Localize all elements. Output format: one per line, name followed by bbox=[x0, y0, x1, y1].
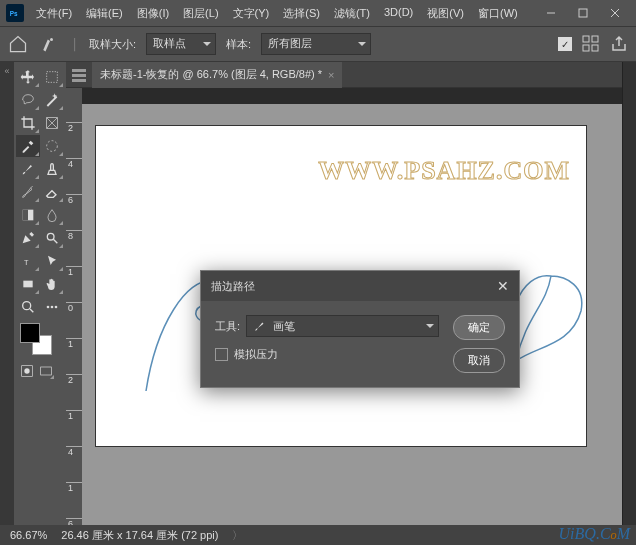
menu-type[interactable]: 文字(Y) bbox=[227, 4, 276, 23]
document-dimensions[interactable]: 26.46 厘米 x 17.64 厘米 (72 ppi) bbox=[61, 528, 218, 543]
svg-rect-8 bbox=[583, 45, 589, 51]
dialog-close-button[interactable]: ✕ bbox=[497, 278, 509, 294]
menu-view[interactable]: 视图(V) bbox=[421, 4, 470, 23]
blur-tool[interactable] bbox=[41, 204, 65, 226]
document-tab[interactable]: 未标题-1-恢复的 @ 66.7% (图层 4, RGB/8#) * × bbox=[92, 62, 342, 88]
menu-edit[interactable]: 编辑(E) bbox=[80, 4, 129, 23]
menu-file[interactable]: 文件(F) bbox=[30, 4, 78, 23]
grid-icon[interactable] bbox=[582, 35, 600, 53]
ok-button[interactable]: 确定 bbox=[453, 315, 505, 340]
foreground-color[interactable] bbox=[20, 323, 40, 343]
type-tool[interactable]: T bbox=[16, 250, 40, 272]
menu-window[interactable]: 窗口(W) bbox=[472, 4, 524, 23]
sample-label: 样本: bbox=[226, 37, 251, 52]
window-controls bbox=[536, 3, 630, 23]
tab-title: 未标题-1-恢复的 @ 66.7% (图层 4, RGB/8#) * bbox=[100, 67, 322, 82]
svg-text:Ps: Ps bbox=[10, 10, 18, 17]
svg-line-18 bbox=[54, 239, 58, 243]
svg-rect-16 bbox=[22, 210, 27, 221]
share-icon[interactable] bbox=[610, 35, 628, 53]
eraser-tool[interactable] bbox=[41, 181, 65, 203]
menu-3d[interactable]: 3D(D) bbox=[378, 4, 419, 23]
history-brush-tool[interactable] bbox=[16, 181, 40, 203]
svg-rect-10 bbox=[47, 72, 58, 83]
menu-image[interactable]: 图像(I) bbox=[131, 4, 175, 23]
sample-size-dropdown[interactable]: 取样点 bbox=[146, 33, 216, 55]
menu-select[interactable]: 选择(S) bbox=[277, 4, 326, 23]
zoom-level[interactable]: 66.67% bbox=[10, 529, 47, 541]
tool-preview[interactable] bbox=[38, 32, 62, 56]
crop-tool[interactable] bbox=[16, 112, 40, 134]
right-panel-collapsed[interactable] bbox=[622, 62, 636, 525]
maximize-button[interactable] bbox=[568, 3, 598, 23]
brush-tool[interactable] bbox=[16, 158, 40, 180]
svg-rect-30 bbox=[72, 74, 86, 77]
options-bar: │ 取样大小: 取样点 样本: 所有图层 ✓ bbox=[0, 26, 636, 62]
toolbox: T bbox=[14, 62, 66, 525]
dialog-titlebar[interactable]: 描边路径 ✕ bbox=[201, 271, 519, 301]
pen-tool[interactable] bbox=[16, 227, 40, 249]
svg-point-24 bbox=[51, 306, 54, 309]
edit-toolbar[interactable] bbox=[41, 296, 65, 318]
ruler-origin[interactable] bbox=[66, 88, 82, 104]
status-bar: 66.67% 26.46 厘米 x 17.64 厘米 (72 ppi) 〉 bbox=[0, 525, 636, 545]
svg-point-21 bbox=[22, 302, 30, 310]
path-selection-tool[interactable] bbox=[41, 250, 65, 272]
tool-dropdown[interactable]: 画笔 bbox=[246, 315, 439, 337]
move-tool[interactable] bbox=[16, 66, 40, 88]
sample-dropdown[interactable]: 所有图层 bbox=[261, 33, 371, 55]
quick-mask-toggle[interactable] bbox=[18, 362, 36, 380]
stroke-path-dialog: 描边路径 ✕ 工具: 画笔 模拟压力 确定 取消 bbox=[200, 270, 520, 388]
title-bar: Ps 文件(F) 编辑(E) 图像(I) 图层(L) 文字(Y) 选择(S) 滤… bbox=[0, 0, 636, 26]
hand-tool[interactable] bbox=[41, 273, 65, 295]
tool-dropdown-value: 画笔 bbox=[273, 319, 295, 334]
svg-rect-2 bbox=[579, 9, 587, 17]
clone-stamp-tool[interactable] bbox=[41, 158, 65, 180]
dodge-tool[interactable] bbox=[41, 227, 65, 249]
menu-bar: 文件(F) 编辑(E) 图像(I) 图层(L) 文字(Y) 选择(S) 滤镜(T… bbox=[30, 4, 530, 23]
svg-text:T: T bbox=[24, 258, 29, 267]
credit-watermark: UiBQ.CoM bbox=[559, 525, 630, 543]
svg-point-5 bbox=[50, 38, 53, 41]
home-icon[interactable] bbox=[8, 34, 28, 54]
app-icon: Ps bbox=[6, 4, 24, 22]
svg-rect-31 bbox=[72, 79, 86, 82]
tool-label: 工具: bbox=[215, 319, 240, 334]
svg-rect-7 bbox=[592, 36, 598, 42]
rectangle-tool[interactable] bbox=[16, 273, 40, 295]
svg-point-27 bbox=[24, 368, 29, 373]
minimize-button[interactable] bbox=[536, 3, 566, 23]
simulate-pressure-checkbox[interactable] bbox=[215, 348, 228, 361]
eyedropper-tool[interactable] bbox=[16, 135, 40, 157]
show-sampling-ring-checkbox[interactable]: ✓ bbox=[558, 37, 572, 51]
tab-nav-icon[interactable] bbox=[70, 66, 88, 84]
magic-wand-tool[interactable] bbox=[41, 89, 65, 111]
close-button[interactable] bbox=[600, 3, 630, 23]
color-swatches[interactable] bbox=[16, 319, 64, 359]
document-tab-bar: 未标题-1-恢复的 @ 66.7% (图层 4, RGB/8#) * × bbox=[66, 62, 622, 88]
sample-size-label: 取样大小: bbox=[89, 37, 136, 52]
svg-rect-9 bbox=[592, 45, 598, 51]
menu-layer[interactable]: 图层(L) bbox=[177, 4, 224, 23]
tab-close-icon[interactable]: × bbox=[328, 69, 334, 81]
svg-rect-20 bbox=[23, 281, 32, 288]
menu-filter[interactable]: 滤镜(T) bbox=[328, 4, 376, 23]
svg-line-22 bbox=[30, 309, 33, 312]
dialog-title: 描边路径 bbox=[211, 279, 255, 294]
artboard-tool[interactable] bbox=[41, 66, 65, 88]
ruler-vertical[interactable]: 246810121416 bbox=[66, 104, 82, 525]
left-collapse-strip[interactable]: « bbox=[0, 62, 14, 525]
selection-tool[interactable] bbox=[41, 135, 65, 157]
svg-point-14 bbox=[47, 141, 58, 152]
svg-point-17 bbox=[48, 233, 55, 240]
svg-point-23 bbox=[47, 306, 50, 309]
cancel-button[interactable]: 取消 bbox=[453, 348, 505, 373]
frame-tool[interactable] bbox=[41, 112, 65, 134]
brush-icon bbox=[253, 319, 267, 333]
lasso-tool[interactable] bbox=[16, 89, 40, 111]
gradient-tool[interactable] bbox=[16, 204, 40, 226]
screen-mode-toggle[interactable] bbox=[37, 362, 55, 380]
svg-rect-28 bbox=[41, 367, 52, 375]
zoom-tool[interactable] bbox=[16, 296, 40, 318]
svg-point-25 bbox=[55, 306, 58, 309]
